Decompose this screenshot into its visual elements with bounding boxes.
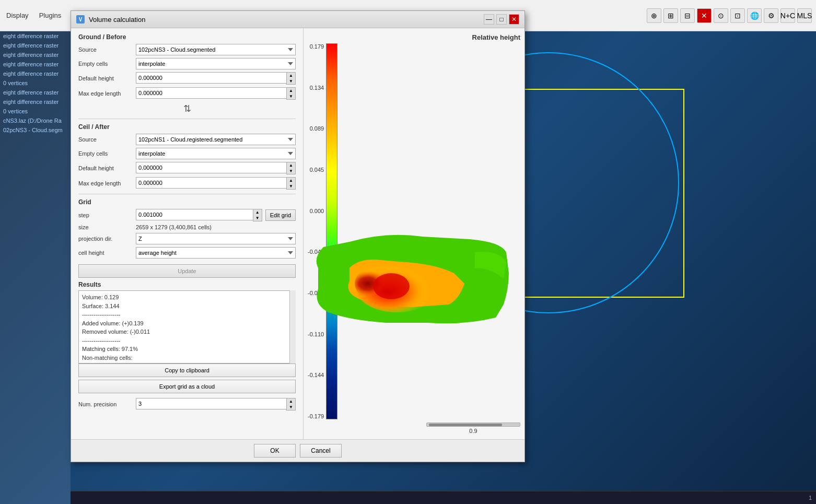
projection-row: projection dir. Z X Y bbox=[78, 233, 296, 244]
scroll-track[interactable] bbox=[426, 423, 520, 427]
left-item-9[interactable]: 0 vertices bbox=[0, 107, 71, 116]
ground-max-edge-label: Max edge length bbox=[78, 90, 136, 97]
bottom-bar: 1 bbox=[71, 491, 816, 504]
chart-panel: Relative height 0.179 0.134 0.089 0.045 … bbox=[304, 28, 524, 439]
heatmap-overlay bbox=[308, 221, 511, 331]
size-label: size bbox=[78, 224, 136, 230]
toolbar-icon-10[interactable]: MLS bbox=[797, 8, 812, 23]
ceil-max-edge-down[interactable]: ▼ bbox=[287, 183, 295, 189]
results-box: Volume: 0.129 Surface: 3.144 -----------… bbox=[78, 290, 296, 364]
ground-source-select[interactable]: 102pcNS3 - Cloud.segmented bbox=[136, 44, 296, 55]
num-precision-label: Num. precision bbox=[78, 401, 136, 407]
ground-max-edge-up[interactable]: ▲ bbox=[287, 88, 295, 93]
ground-default-height-row: Default height ▲ ▼ bbox=[78, 72, 296, 85]
step-input[interactable] bbox=[136, 209, 253, 220]
scale-label-10: -0.179 bbox=[308, 413, 324, 419]
result-line-8: Non-matching cells: bbox=[82, 354, 287, 362]
results-scrollbar[interactable] bbox=[289, 290, 296, 364]
num-precision-up[interactable]: ▲ bbox=[287, 398, 295, 404]
ok-button[interactable]: OK bbox=[254, 444, 296, 458]
left-item-10[interactable]: cNS3.laz (D:/Drone Ra bbox=[0, 116, 71, 125]
chart-content: 0.179 0.134 0.089 0.045 0.000 -0.042 -0.… bbox=[308, 43, 520, 419]
heatmap-svg bbox=[308, 221, 511, 331]
swap-icon[interactable]: ⇅ bbox=[183, 103, 191, 114]
left-item-1[interactable]: eight difference raster bbox=[0, 31, 71, 41]
ceil-default-height-label: Default height bbox=[78, 165, 136, 171]
divider-1 bbox=[78, 119, 296, 119]
swap-container: ⇅ bbox=[78, 103, 296, 114]
toolbar-icon-1[interactable]: ⊕ bbox=[647, 8, 661, 23]
left-item-6[interactable]: 0 vertices bbox=[0, 78, 71, 88]
ground-empty-select[interactable]: interpolate leave empty bbox=[136, 58, 296, 69]
toolbar-icon-2[interactable]: ⊞ bbox=[663, 8, 678, 23]
result-line-2: Surface: 3.144 bbox=[82, 302, 287, 311]
left-item-4[interactable]: eight difference raster bbox=[0, 60, 71, 69]
ceil-section-title: Ceil / After bbox=[78, 123, 296, 131]
toolbar-icon-4[interactable]: ✕ bbox=[697, 8, 712, 23]
scroll-thumb bbox=[429, 424, 502, 426]
ceil-default-height-down[interactable]: ▼ bbox=[287, 168, 295, 174]
ground-default-height-input[interactable] bbox=[136, 72, 286, 84]
toolbar-icon-7[interactable]: 🌐 bbox=[747, 8, 762, 23]
ground-default-height-up[interactable]: ▲ bbox=[287, 73, 295, 78]
projection-select[interactable]: Z X Y bbox=[136, 233, 296, 244]
left-item-8[interactable]: eight difference raster bbox=[0, 97, 71, 107]
dialog-maximize-btn[interactable]: □ bbox=[496, 14, 507, 25]
num-precision-spinbtns: ▲ ▼ bbox=[286, 398, 296, 411]
scale-label-1: 0.179 bbox=[308, 43, 324, 50]
ground-default-height-down[interactable]: ▼ bbox=[287, 78, 295, 84]
ceil-source-select[interactable]: 102pcNS1 - Cloud.registered.segmented bbox=[136, 134, 296, 145]
ceil-empty-label: Empty cells bbox=[78, 150, 136, 157]
toolbar-icon-8[interactable]: ⚙ bbox=[764, 8, 778, 23]
num-precision-input[interactable] bbox=[136, 398, 286, 409]
copy-clipboard-button[interactable]: Copy to clipboard bbox=[78, 364, 296, 377]
chart-scroll-value: 0.9 bbox=[469, 428, 477, 434]
results-container: Volume: 0.129 Surface: 3.144 -----------… bbox=[78, 290, 296, 364]
ground-max-edge-down[interactable]: ▼ bbox=[287, 93, 295, 99]
toolbar-icon-6[interactable]: ⊡ bbox=[730, 8, 745, 23]
toolbar-icon-3[interactable]: ⊟ bbox=[680, 8, 695, 23]
ceil-max-edge-input[interactable] bbox=[136, 177, 286, 189]
scale-label-3: 0.089 bbox=[308, 125, 324, 132]
ceil-max-edge-up[interactable]: ▲ bbox=[287, 178, 295, 183]
dialog-close-btn[interactable]: ✕ bbox=[509, 14, 519, 25]
step-down[interactable]: ▼ bbox=[253, 215, 262, 221]
dialog-minimize-btn[interactable]: — bbox=[484, 14, 494, 25]
dialog-titlebar: V Volume calculation — □ ✕ bbox=[71, 11, 524, 28]
ground-default-height-label: Default height bbox=[78, 75, 136, 81]
ground-max-edge-input[interactable] bbox=[136, 87, 286, 99]
ceil-source-row: Source 102pcNS1 - Cloud.registered.segme… bbox=[78, 134, 296, 145]
ceil-max-edge-row: Max edge length ▲ ▼ bbox=[78, 177, 296, 190]
ceil-source-label: Source bbox=[78, 136, 136, 143]
menu-plugins[interactable]: Plugins bbox=[37, 10, 64, 20]
ceil-max-edge-label: Max edge length bbox=[78, 180, 136, 186]
result-line-4: Added volume: (+)0.139 bbox=[82, 319, 287, 328]
left-item-5[interactable]: eight difference raster bbox=[0, 69, 71, 78]
cell-height-select[interactable]: average height max height min height bbox=[136, 247, 296, 259]
export-cloud-button[interactable]: Export grid as a cloud bbox=[78, 380, 296, 393]
menu-display[interactable]: Display bbox=[4, 10, 31, 20]
ground-source-label: Source bbox=[78, 46, 136, 53]
ceil-empty-select[interactable]: interpolate leave empty bbox=[136, 148, 296, 159]
ceil-default-height-input[interactable] bbox=[136, 162, 286, 173]
status-text: 1 bbox=[809, 495, 812, 501]
step-up[interactable]: ▲ bbox=[253, 209, 262, 215]
toolbar-icon-9[interactable]: N+C bbox=[780, 8, 795, 23]
edit-grid-button[interactable]: Edit grid bbox=[265, 209, 296, 221]
toolbar-icon-5[interactable]: ⊙ bbox=[714, 8, 728, 23]
heatmap-green-left bbox=[323, 259, 349, 277]
ground-empty-row: Empty cells interpolate leave empty bbox=[78, 58, 296, 69]
left-item-11[interactable]: 02pcNS3 - Cloud.segm bbox=[0, 125, 71, 135]
result-line-6: -------------------- bbox=[82, 336, 287, 345]
result-line-3: -------------------- bbox=[82, 310, 287, 319]
ceil-default-height-up[interactable]: ▲ bbox=[287, 162, 295, 168]
ceil-default-height-row: Default height ▲ ▼ bbox=[78, 162, 296, 174]
left-item-2[interactable]: eight difference raster bbox=[0, 41, 71, 50]
num-precision-down[interactable]: ▼ bbox=[287, 404, 295, 410]
left-item-7[interactable]: eight difference raster bbox=[0, 88, 71, 97]
cancel-button[interactable]: Cancel bbox=[300, 444, 342, 458]
ground-max-edge-row: Max edge length ▲ ▼ bbox=[78, 87, 296, 100]
ceil-default-height-spinbtns: ▲ ▼ bbox=[286, 162, 296, 174]
left-item-3[interactable]: eight difference raster bbox=[0, 50, 71, 60]
update-button[interactable]: Update bbox=[78, 264, 296, 278]
